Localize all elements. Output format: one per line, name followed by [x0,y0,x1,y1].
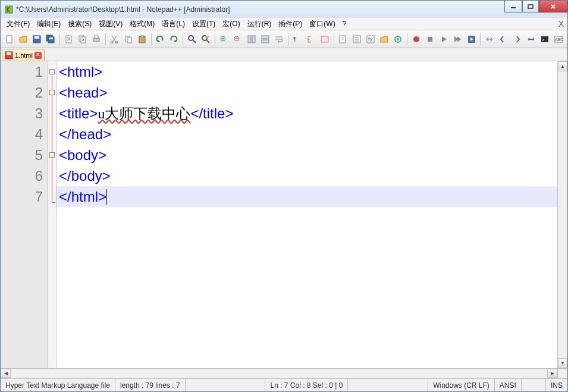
new-button[interactable] [3,33,15,46]
line-number: 6 [1,165,43,186]
tb-extra2[interactable] [497,33,509,46]
menu-plugins[interactable]: 插件(P) [275,18,306,30]
fold-toggle[interactable]: - [49,152,55,158]
indent-guide-button[interactable] [305,33,317,46]
play-macro-button[interactable] [437,33,450,46]
record-macro-button[interactable] [410,33,422,46]
code-line: <html> [57,61,557,82]
svg-rect-29 [262,36,269,39]
sync-h-button[interactable] [259,33,271,46]
svg-rect-19 [141,36,143,37]
tb-console[interactable] [538,33,551,46]
menu-language[interactable]: 语言(L) [158,18,189,30]
line-number: 7 [1,186,43,207]
svg-point-22 [202,36,207,40]
copy-button[interactable] [122,33,134,46]
file-tab[interactable]: 1.html ✕ [2,49,45,61]
title-bar[interactable]: *C:\Users\Administrator\Desktop\1.html -… [1,1,567,18]
menubar-close-x[interactable]: X [558,19,564,29]
menu-window[interactable]: 窗口(W) [306,18,338,30]
toolbar-sep [215,33,215,45]
status-encoding: ANSI [495,379,522,391]
stop-macro-button[interactable] [423,33,436,46]
user-lang-button[interactable] [318,33,331,46]
vertical-scrollbar[interactable]: ▲ ▼ [557,61,567,368]
menu-view[interactable]: 视图(V) [95,18,126,30]
code-line: <body> [57,145,557,165]
menu-run[interactable]: 运行(R) [244,18,275,30]
menu-macro[interactable]: 宏(O) [219,18,243,30]
svg-rect-28 [252,36,255,43]
fold-toggle[interactable]: - [49,69,55,74]
func-list-button[interactable]: fx [364,33,376,46]
menu-help[interactable]: ? [339,18,350,29]
text-cursor [106,189,107,205]
app-icon [4,5,14,14]
menu-file[interactable]: 文件(F) [3,18,33,30]
sync-v-button[interactable] [245,33,258,46]
close-file-button[interactable] [62,33,75,46]
redo-button[interactable] [168,33,180,46]
close-button[interactable] [539,1,567,12]
fold-tail [52,202,55,203]
menu-edit[interactable]: 编辑(E) [33,18,64,30]
zoom-out-button[interactable] [231,33,244,46]
print-button[interactable] [90,33,103,46]
tab-close-icon[interactable]: ✕ [34,52,42,59]
menu-search[interactable]: 搜索(S) [64,18,95,30]
scroll-track[interactable] [558,71,567,358]
status-mode: INS [546,379,567,391]
doc-list-button[interactable] [350,33,363,46]
open-button[interactable] [17,33,29,46]
menu-settings[interactable]: 设置(T) [189,18,219,30]
replace-button[interactable] [199,33,212,46]
svg-rect-30 [262,40,269,43]
line-number: 3 [1,103,43,124]
scroll-left-button[interactable]: ◀ [1,369,11,378]
find-button[interactable] [186,33,198,46]
folder-workspace-button[interactable] [378,33,390,46]
minimize-button[interactable] [504,1,522,12]
tb-extra4[interactable] [525,33,537,46]
code-line: <title>u大师下载中心</title> [57,103,557,124]
save-all-button[interactable] [45,33,57,46]
cut-button[interactable] [108,33,121,46]
save-macro-button[interactable] [465,33,478,46]
play-multi-button[interactable] [451,33,464,46]
tb-extra3[interactable] [511,33,523,46]
scroll-down-button[interactable]: ▼ [558,358,567,368]
scroll-up-button[interactable]: ▲ [558,61,567,71]
fold-toggle[interactable]: - [49,90,55,95]
toolbar-sep [183,33,183,45]
svg-rect-45 [428,37,432,42]
scroll-track[interactable] [11,369,547,378]
wrap-button[interactable] [273,33,285,46]
undo-button[interactable] [154,33,167,46]
svg-line-21 [193,40,196,43]
svg-rect-2 [528,5,533,8]
doc-map-button[interactable] [337,33,349,46]
save-button[interactable] [31,33,43,46]
menu-bar: 文件(F) 编辑(E) 搜索(S) 视图(V) 格式(M) 语言(L) 设置(T… [1,18,567,30]
monitor-button[interactable] [392,33,404,46]
toolbar: ¶ fx ABC [1,30,567,48]
show-all-chars-button[interactable]: ¶ [291,33,303,46]
close-all-button[interactable] [76,33,89,46]
tb-extra1[interactable] [483,33,495,46]
tb-spellcheck[interactable]: ABC [553,33,565,46]
paste-button[interactable] [136,33,148,46]
svg-rect-24 [206,36,209,37]
window-title: *C:\Users\Administrator\Desktop\1.html -… [16,5,230,14]
status-eol: Windows (CR LF) [428,379,495,391]
window-buttons [504,1,567,12]
zoom-in-button[interactable] [218,33,230,46]
scroll-right-button[interactable]: ▶ [547,369,557,378]
code-area[interactable]: <html> <head> <title>u大师下载中心</title> </h… [57,61,557,368]
menu-format[interactable]: 格式(M) [126,18,158,30]
line-number: 1 [1,61,43,82]
svg-rect-27 [248,36,251,43]
horizontal-scrollbar[interactable]: ◀ ▶ [1,368,557,378]
line-number: 5 [1,145,43,165]
maximize-button[interactable] [522,1,539,12]
tab-bar: 1.html ✕ [1,48,567,61]
